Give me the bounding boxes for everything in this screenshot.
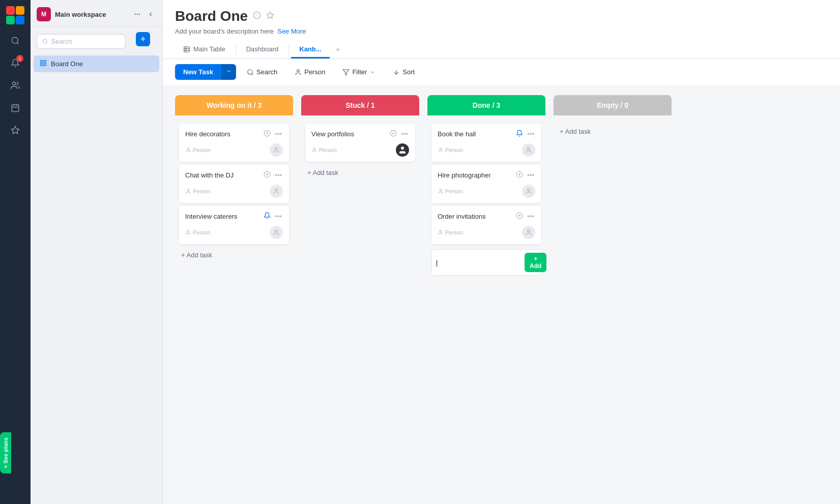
card-actions: •••	[389, 129, 409, 139]
avatar-icon	[398, 145, 407, 155]
nav-calendar-icon[interactable]	[6, 99, 24, 117]
card-menu-icon[interactable]: •••	[400, 129, 409, 139]
column-header-working: Working on it / 3	[175, 95, 293, 115]
card-title: Hire decorators	[185, 130, 263, 138]
tab-separator-2	[288, 45, 289, 55]
column-header-stuck: Stuck / 1	[301, 95, 419, 115]
filter-icon	[342, 69, 350, 76]
nav-search-icon[interactable]	[6, 32, 24, 50]
sidebar-search-input[interactable]	[51, 38, 120, 45]
card-person-row: Person	[185, 226, 283, 239]
sort-toolbar-button[interactable]: Sort	[386, 64, 421, 80]
add-card-icon[interactable]	[389, 129, 398, 139]
add-task-stuck[interactable]: + Add task	[305, 165, 415, 181]
card-person-row: Person	[438, 185, 535, 198]
svg-point-34	[187, 148, 189, 150]
app-logo[interactable]	[6, 6, 24, 24]
svg-point-42	[275, 230, 278, 232]
svg-rect-15	[41, 61, 43, 63]
column-empty: Empty / 0 + Add task	[554, 95, 672, 160]
card-top: Chat with the DJ •••	[185, 170, 283, 181]
card-actions: •••	[263, 170, 283, 181]
svg-point-4	[12, 37, 18, 43]
column-stuck: Stuck / 1 View portfolios •••	[301, 95, 419, 185]
card-menu-icon[interactable]: •••	[274, 129, 283, 139]
star-icon[interactable]	[266, 11, 274, 21]
see-plans-button[interactable]: + See plans	[0, 432, 11, 473]
svg-marker-10	[12, 127, 19, 134]
sort-icon	[393, 69, 400, 76]
card-menu-icon[interactable]: •••	[274, 170, 283, 180]
add-card-icon[interactable]	[263, 170, 272, 181]
new-task-input[interactable]	[436, 259, 522, 266]
person-label: Person	[311, 147, 337, 153]
tab-kanban[interactable]: Kanb...	[291, 41, 329, 58]
svg-point-49	[528, 147, 530, 150]
search-toolbar-button[interactable]: Search	[240, 64, 284, 80]
new-task-main-button[interactable]: New Task	[175, 64, 221, 80]
card-title: View portfolios	[311, 130, 389, 138]
main-content: Board One Add your board's description h…	[163, 0, 840, 504]
column-done: Done / 3 Book the hall •••	[427, 95, 545, 282]
collapse-sidebar-button[interactable]	[145, 9, 156, 20]
add-green-button[interactable]: + Add	[525, 253, 546, 272]
svg-point-47	[401, 146, 404, 150]
svg-point-13	[139, 14, 140, 15]
svg-marker-22	[267, 12, 273, 18]
kanban-board: Working on it / 3 Hire decorators •••	[163, 85, 840, 504]
tab-add-button[interactable]: +	[330, 41, 346, 58]
card-chat-dj: Chat with the DJ ••• Person	[179, 165, 289, 203]
svg-point-59	[528, 230, 530, 232]
svg-point-28	[297, 69, 300, 72]
card-title: Book the hall	[438, 130, 515, 138]
card-menu-icon[interactable]: •••	[526, 170, 535, 180]
see-more-link[interactable]: See More	[277, 27, 306, 35]
info-icon[interactable]	[253, 11, 261, 21]
add-card-icon[interactable]	[515, 211, 524, 222]
add-task-working[interactable]: + Add task	[179, 247, 289, 263]
workspace-menu-button[interactable]	[132, 9, 143, 20]
card-view-portfolios: View portfolios ••• Person	[305, 124, 415, 162]
svg-rect-17	[41, 64, 43, 66]
nav-notification-icon[interactable]: 1	[6, 54, 24, 72]
card-menu-icon[interactable]: •••	[274, 212, 283, 221]
svg-point-14	[43, 39, 47, 43]
person-label: Person	[185, 229, 211, 235]
person-icon	[295, 69, 302, 76]
sidebar-item-board-one[interactable]: Board One	[34, 55, 159, 72]
person-avatar	[270, 226, 283, 239]
nav-star-icon[interactable]	[6, 121, 24, 139]
card-menu-icon[interactable]: •••	[526, 212, 535, 221]
person-avatar	[522, 226, 535, 239]
sidebar-add-button[interactable]: +	[136, 32, 150, 46]
card-menu-icon[interactable]: •••	[526, 129, 535, 139]
svg-rect-16	[44, 61, 46, 63]
bell-icon[interactable]	[515, 129, 524, 139]
person-avatar	[522, 185, 535, 198]
sidebar-header-actions	[132, 9, 156, 20]
card-actions: •••	[515, 170, 535, 181]
add-card-icon[interactable]	[263, 129, 272, 139]
svg-point-41	[187, 230, 189, 232]
tab-dashboard[interactable]: Dashboard	[238, 41, 287, 58]
svg-rect-1	[16, 6, 24, 15]
column-working: Working on it / 3 Hire decorators •••	[175, 95, 293, 267]
sidebar-board-label: Board One	[51, 60, 83, 68]
svg-point-53	[440, 189, 442, 191]
add-card-icon[interactable]	[515, 170, 524, 181]
new-task-dropdown-button[interactable]	[221, 64, 236, 80]
column-body-working: Hire decorators ••• Person	[175, 120, 293, 267]
person-toolbar-button[interactable]: Person	[288, 64, 332, 80]
left-nav: 1	[0, 0, 31, 504]
svg-point-11	[135, 14, 136, 15]
svg-point-58	[440, 230, 442, 232]
column-body-empty: + Add task	[554, 120, 672, 160]
filter-toolbar-button[interactable]: Filter	[336, 64, 382, 80]
card-top: View portfolios •••	[311, 129, 409, 139]
nav-person-icon[interactable]	[6, 76, 24, 95]
bell-icon[interactable]	[263, 211, 272, 222]
add-task-empty[interactable]: + Add task	[558, 124, 668, 139]
tab-main-table[interactable]: Main Table	[175, 41, 234, 58]
notification-badge: 1	[16, 55, 23, 62]
card-person-row: Person	[438, 226, 535, 239]
